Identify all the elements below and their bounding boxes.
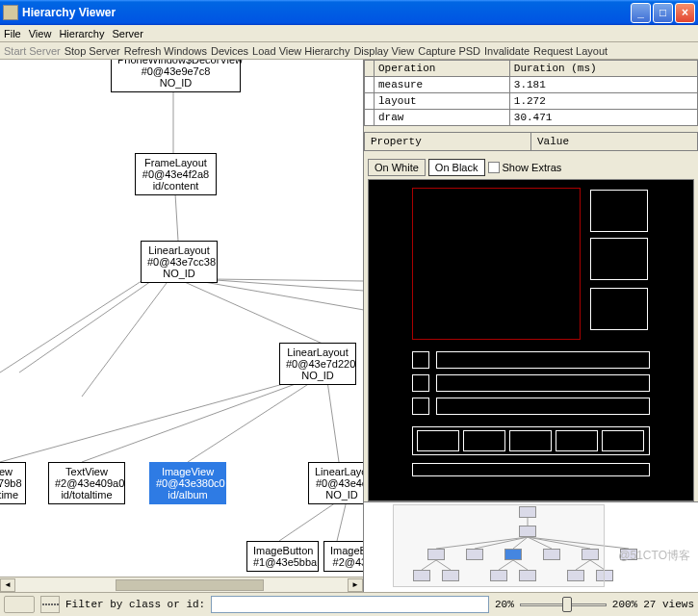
svg-line-14	[337, 500, 347, 541]
svg-line-2	[0, 279, 144, 372]
svg-line-3	[19, 279, 154, 372]
svg-line-11	[188, 381, 313, 462]
svg-line-7	[202, 279, 363, 291]
right-pane: OperationDuration (ms) measure3.181 layo…	[364, 60, 698, 592]
tree-pane: PhoneWindow$DecorView #0@43e9e7c8 NO_ID …	[0, 60, 364, 592]
col-value: Value	[531, 133, 697, 150]
svg-line-13	[279, 500, 339, 541]
statusbar: Filter by class or id: 20% 200% 27 views	[0, 592, 698, 616]
col-operation: Operation	[375, 61, 510, 77]
close-button[interactable]: ×	[675, 3, 695, 23]
tool-devices[interactable]: Devices	[211, 45, 248, 57]
menu-view[interactable]: View	[29, 28, 52, 39]
tool-request-layout[interactable]: Request Layout	[533, 45, 608, 57]
svg-line-4	[82, 279, 169, 397]
zoom-min-label: 20%	[495, 599, 514, 610]
on-black-button[interactable]: On Black	[428, 159, 485, 176]
svg-line-6	[188, 279, 363, 310]
menu-server[interactable]: Server	[112, 28, 142, 39]
node-phonewindow[interactable]: PhoneWindow$DecorView #0@43e9e7c8 NO_ID	[111, 60, 241, 92]
node-linearlayout-2[interactable]: LinearLayout #0@43e7d220 NO_ID	[279, 343, 356, 385]
tool-display-view[interactable]: Display View	[353, 45, 414, 57]
menu-file[interactable]: File	[4, 28, 21, 39]
show-extras-label: Show Extras	[503, 162, 562, 173]
titlebar: Hierarchy Viewer _ □ ×	[0, 0, 698, 25]
node-framelayout[interactable]: FrameLayout #0@43e4f2a8 id/content	[135, 153, 217, 195]
svg-line-8	[212, 279, 363, 281]
overview-map[interactable]	[364, 501, 698, 592]
app-icon	[3, 5, 18, 20]
svg-line-9	[0, 381, 294, 462]
svg-line-12	[327, 381, 339, 462]
hierarchy-tree[interactable]: PhoneWindow$DecorView #0@43e9e7c8 NO_ID …	[0, 60, 363, 577]
on-white-button[interactable]: On White	[368, 159, 426, 176]
svg-line-10	[82, 381, 303, 462]
view-count: 27 views	[643, 599, 694, 610]
zoom-slider[interactable]	[520, 597, 607, 612]
zoom-max-label: 200%	[612, 599, 637, 610]
scroll-right-arrow[interactable]: ►	[348, 578, 363, 592]
node-imagebutton-1[interactable]: ImageButton #1@43e5bba	[246, 541, 319, 572]
filter-input[interactable]	[211, 596, 489, 613]
tool-invalidate[interactable]: Invalidate	[484, 45, 530, 57]
table-row[interactable]: layout1.272	[365, 93, 698, 110]
tool-refresh[interactable]: Refresh Windows	[124, 45, 207, 57]
preview-toolbar: On White On Black Show Extras	[364, 156, 698, 179]
toolbar: Start Server Stop Server Refresh Windows…	[0, 42, 698, 60]
tool-start-server[interactable]: Start Server	[4, 45, 61, 57]
tool-stop-server[interactable]: Stop Server	[65, 45, 120, 57]
status-button-1[interactable]	[4, 596, 35, 613]
status-grid-button[interactable]	[40, 596, 60, 613]
show-extras-checkbox[interactable]	[488, 162, 500, 173]
col-duration: Duration (ms)	[509, 61, 697, 77]
node-textview[interactable]: TextView #2@43e409a0 id/totaltime	[48, 462, 125, 504]
tool-capture-psd[interactable]: Capture PSD	[418, 45, 480, 57]
window-buttons: _ □ ×	[631, 3, 695, 23]
scroll-left-arrow[interactable]: ◄	[0, 578, 15, 592]
timing-table: OperationDuration (ms) measure3.181 layo…	[364, 60, 698, 126]
col-property: Property	[365, 133, 531, 150]
node-imageview-selected[interactable]: ImageView #0@43e380c0 id/album	[149, 462, 226, 504]
minimize-button[interactable]: _	[631, 3, 651, 23]
node-imagebutton-2[interactable]: ImageButton #2@43e5f	[323, 541, 363, 572]
property-header: Property Value	[364, 132, 698, 150]
tool-load-hierarchy[interactable]: Load View Hierarchy	[252, 45, 349, 57]
maximize-button[interactable]: □	[653, 3, 673, 23]
node-linearlayout-3[interactable]: LinearLayout #0@43e4e NO_ID	[308, 462, 363, 504]
svg-line-1	[175, 193, 178, 241]
node-partial[interactable]: ew 879b8 lttime	[0, 462, 26, 504]
tree-hscroll[interactable]: ◄ ►	[0, 577, 363, 592]
table-row[interactable]: measure3.181	[365, 77, 698, 93]
window-title: Hierarchy Viewer	[22, 6, 631, 19]
table-row[interactable]: draw30.471	[365, 110, 698, 126]
layout-preview[interactable]	[368, 179, 694, 501]
menu-hierarchy[interactable]: Hierarchy	[59, 28, 104, 39]
node-linearlayout-1[interactable]: LinearLayout #0@43e7cc38 NO_ID	[141, 241, 218, 283]
filter-label: Filter by class or id:	[65, 599, 205, 610]
menubar: File View Hierarchy Server	[0, 25, 698, 42]
svg-line-5	[178, 279, 323, 344]
